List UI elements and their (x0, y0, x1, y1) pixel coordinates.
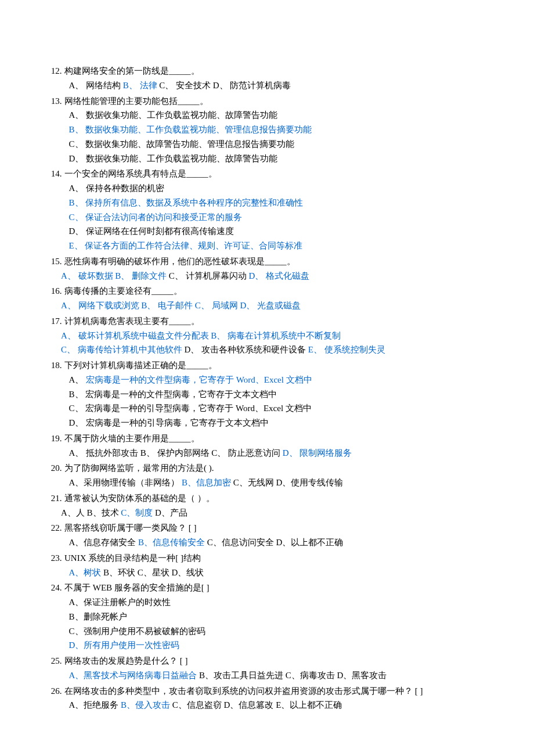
option-text: C、信息访问安全 D、以上都不正确 (205, 538, 343, 547)
option-highlight: A、 破坏数据 (61, 271, 113, 280)
question: 17.计算机病毒危害表现主要有_____。A、 破坏计算机系统中磁盘文件分配表 … (42, 314, 492, 357)
option-text: A、信息存储安全 (69, 538, 139, 547)
option-line: A、拒绝服务 B、侵入攻击 C、信息盗窃 D、信息篡改 E、以上都不正确 (42, 698, 492, 712)
option-highlight: E、 保证各方面的工作符合法律、规则、许可证、合同等标准 (69, 241, 303, 250)
option-text: D、 宏病毒是一种的引导病毒，它寄存于文本文档中 (69, 418, 269, 427)
option-text: C、 宏病毒是一种的引导型病毒，它寄存于 Word、Excel 文档中 (69, 404, 312, 413)
question-stem-line: 25.网络攻击的发展趋势是什么？ [ ] (42, 654, 492, 668)
option-text: A、 网络结构 (69, 81, 123, 90)
option-line: A、信息存储安全 B、信息传输安全 C、信息访问安全 D、以上都不正确 (42, 535, 492, 550)
question-stem-line: 24.不属于 WEB 服务器的安全措施的是[ ] (42, 581, 492, 595)
question-list: 12.构建网络安全的第一防线是_____。A、 网络结构 B、 法律 C、 安全… (42, 64, 492, 712)
question: 18.下列对计算机病毒描述正确的是_____。A、 宏病毒是一种的文件型病毒，它… (42, 358, 492, 430)
question: 25.网络攻击的发展趋势是什么？ [ ]A、黑客技术与网络病毒日益融合 B、攻击… (42, 654, 492, 683)
option-highlight: B、 电子邮件 (141, 301, 193, 310)
option-text: A、 保持各种数据的机密 (69, 183, 165, 193)
option-line: D、 保证网络在任何时刻都有很高传输速度 (42, 224, 492, 239)
option-line: A、采用物理传输（非网络） B、信息加密 C、无线网 D、使用专线传输 (42, 476, 492, 490)
option-text: D、 保证网络在任何时刻都有很高传输速度 (69, 226, 234, 236)
question-number: 24. (42, 581, 62, 595)
option-text: A、保证注册帐户的时效性 (69, 597, 171, 607)
question-stem: 网络攻击的发展趋势是什么？ [ ] (64, 656, 188, 665)
option-highlight: A、黑客技术与网络病毒日益融合 (69, 671, 197, 680)
option-text: C、信息盗窃 D、信息篡改 E、以上都不正确 (170, 700, 342, 710)
question-stem: 病毒传播的主要途径有_____。 (64, 286, 182, 296)
option-text: A、 抵抗外部攻击 B、 保护内部网络 C、 防止恶意访问 (69, 448, 283, 458)
question-stem: 黑客搭线窃听属于哪一类风险？ [ ] (64, 523, 197, 532)
option-highlight: D、 光盘或磁盘 (240, 301, 301, 310)
question-stem-line: 18.下列对计算机病毒描述正确的是_____。 (42, 358, 492, 373)
question: 20.为了防御网络监听，最常用的方法是( ).A、采用物理传输（非网络） B、信… (42, 461, 492, 490)
option-highlight: B、侵入攻击 (121, 700, 170, 710)
question-number: 26. (42, 684, 62, 699)
question-stem: 一个安全的网络系统具有特点是_____。 (64, 169, 217, 178)
option-text: D、 攻击各种软系统和硬件设备 (182, 345, 308, 354)
question-stem: UNIX 系统的目录结构是一种[ ]结构 (64, 553, 201, 563)
option-line: C、 宏病毒是一种的引导型病毒，它寄存于 Word、Excel 文档中 (42, 401, 492, 416)
option-highlight: 宏病毒是一种的文件型病毒，它寄存于 Word、Excel 文档中 (86, 375, 312, 384)
question-number: 15. (42, 254, 62, 269)
option-line: A、 网络结构 B、 法律 C、 安全技术 D、 防范计算机病毒 (42, 78, 492, 93)
option-highlight: A、 网络下载或浏览 (61, 301, 139, 310)
option-line: B、 宏病毒是一种的文件型病毒，它寄存于文本文档中 (42, 387, 492, 402)
question: 22.黑客搭线窃听属于哪一类风险？ [ ]A、信息存储安全 B、信息传输安全 C… (42, 521, 492, 550)
question-stem-line: 15.恶性病毒有明确的破坏作用，他们的恶性破坏表现是_____。 (42, 254, 492, 269)
question: 15.恶性病毒有明确的破坏作用，他们的恶性破坏表现是_____。A、 破坏数据 … (42, 254, 492, 283)
question-stem: 在网络攻击的多种类型中，攻击者窃取到系统的访问权并盗用资源的攻击形式属于哪一种？… (64, 686, 423, 696)
question: 14.一个安全的网络系统具有特点是_____。A、 保持各种数据的机密B、 保持… (42, 167, 492, 253)
option-text: A、 数据收集功能、工作负载监视功能、故障警告功能 (69, 110, 278, 120)
option-text: A、拒绝服务 (69, 700, 121, 710)
question-number: 16. (42, 284, 62, 298)
option-text: C、无线网 D、使用专线传输 (231, 478, 343, 487)
option-line: D、 数据收集功能、工作负载监视功能、故障警告功能 (42, 152, 492, 166)
option-line: A、保证注册帐户的时效性 (42, 595, 492, 610)
question-stem-line: 16.病毒传播的主要途径有_____。 (42, 284, 492, 298)
question: 19.不属于防火墙的主要作用是_____。A、 抵抗外部攻击 B、 保护内部网络… (42, 431, 492, 460)
question-stem-line: 21.通常被认为安防体系的基础的是（ ）。 (42, 491, 492, 506)
option-text: A、采用物理传输（非网络） (69, 478, 182, 487)
option-text: C、 安全技术 D、 防范计算机病毒 (157, 81, 291, 90)
option-line: A、 宏病毒是一种的文件型病毒，它寄存于 Word、Excel 文档中 (42, 373, 492, 387)
option-highlight: B、 病毒在计算机系统中不断复制 (211, 331, 341, 340)
question-stem-line: 14.一个安全的网络系统具有特点是_____。 (42, 167, 492, 181)
question-number: 12. (42, 64, 62, 78)
question-number: 17. (42, 314, 62, 329)
question-stem: 恶性病毒有明确的破坏作用，他们的恶性破坏表现是_____。 (64, 257, 295, 266)
option-line: B、删除死帐户 (42, 610, 492, 624)
option-line: A、 破坏计算机系统中磁盘文件分配表 B、 病毒在计算机系统中不断复制 (42, 329, 492, 343)
option-text: B、 宏病毒是一种的文件型病毒，它寄存于文本文档中 (69, 390, 277, 399)
question-stem-line: 13.网络性能管理的主要功能包括_____。 (42, 94, 492, 109)
question-number: 25. (42, 654, 62, 668)
question-number: 22. (42, 521, 62, 535)
option-highlight: B、 数据收集功能、工作负载监视功能、管理信息报告摘要功能 (69, 125, 312, 134)
question-stem-line: 17.计算机病毒危害表现主要有_____。 (42, 314, 492, 329)
question: 24.不属于 WEB 服务器的安全措施的是[ ]A、保证注册帐户的时效性B、删除… (42, 581, 492, 653)
question: 16.病毒传播的主要途径有_____。A、 网络下载或浏览 B、 电子邮件 C、… (42, 284, 492, 313)
option-text: D、产品 (153, 508, 187, 517)
question-stem: 不属于防火墙的主要作用是_____。 (64, 434, 200, 443)
option-line: C、 数据收集功能、故障警告功能、管理信息报告摘要功能 (42, 137, 492, 152)
question: 12.构建网络安全的第一防线是_____。A、 网络结构 B、 法律 C、 安全… (42, 64, 492, 93)
option-text: C、 计算机屏幕闪动 (167, 271, 248, 280)
option-highlight: B、 法律 (123, 81, 157, 90)
option-highlight: A、 破坏计算机系统中磁盘文件分配表 (61, 331, 209, 340)
option-line: A、人 B、技术 C、制度 D、产品 (42, 506, 492, 520)
option-text: A、 (69, 375, 86, 384)
option-line: A、 数据收集功能、工作负载监视功能、故障警告功能 (42, 108, 492, 123)
option-line: B、 保持所有信息、数据及系统中各种程序的完整性和准确性 (42, 196, 492, 210)
question-stem-line: 23.UNIX 系统的目录结构是一种[ ]结构 (42, 551, 492, 566)
question-stem: 通常被认为安防体系的基础的是（ ）。 (64, 494, 215, 503)
option-line: E、 保证各方面的工作符合法律、规则、许可证、合同等标准 (42, 239, 492, 253)
option-line: C、 保证合法访问者的访问和接受正常的服务 (42, 210, 492, 225)
question-stem: 计算机病毒危害表现主要有_____。 (64, 316, 200, 326)
option-highlight: C、 局域网 (195, 301, 238, 310)
option-highlight: B、 保持所有信息、数据及系统中各种程序的完整性和准确性 (69, 198, 304, 207)
question-number: 13. (42, 94, 62, 109)
question-stem-line: 26.在网络攻击的多种类型中，攻击者窃取到系统的访问权并盗用资源的攻击形式属于哪… (42, 684, 492, 699)
question-stem: 构建网络安全的第一防线是_____。 (64, 66, 200, 75)
question-stem: 下列对计算机病毒描述正确的是_____。 (64, 361, 217, 370)
option-line: A、 保持各种数据的机密 (42, 181, 492, 196)
option-text: C、强制用户使用不易被破解的密码 (69, 627, 205, 636)
option-highlight: D、所有用户使用一次性密码 (69, 640, 180, 650)
option-highlight: C、 病毒传给计算机中其他软件 (61, 345, 182, 354)
